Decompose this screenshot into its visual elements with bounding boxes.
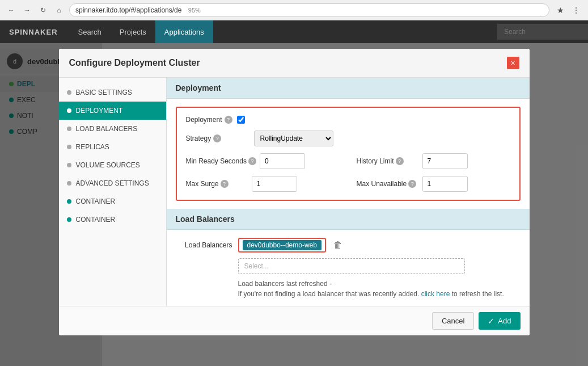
modal-nav-label-volume: VOLUME SOURCES — [76, 161, 140, 169]
nav-search-input[interactable] — [497, 24, 588, 40]
deployment-checkbox[interactable] — [237, 116, 245, 124]
modal-nav-label-replicas: REPLICAS — [76, 143, 109, 151]
lb-section-header: Load Balancers — [167, 209, 530, 230]
modal-main-content: Deployment Deployment ? — [167, 78, 530, 306]
max-unavailable-label: Max Unavailable ? — [357, 180, 419, 188]
max-surge-group: Max Surge ? — [186, 176, 340, 192]
max-surge-label-text: Max Surge — [186, 180, 219, 188]
min-ready-help-icon[interactable]: ? — [248, 157, 256, 165]
strategy-text: Strategy — [186, 134, 211, 142]
modal: Configure Deployment Cluster × BASIC SET… — [59, 49, 530, 335]
deployment-help-icon[interactable]: ? — [225, 116, 232, 124]
dot-basic-settings — [67, 90, 71, 95]
deployment-section-body: Deployment ? Strategy ? — [167, 99, 530, 209]
modal-nav-label-container2: CONTAINER — [76, 216, 116, 224]
strategy-label: Strategy ? — [186, 134, 254, 142]
modal-nav-label-advanced: ADVANCED SETTINGS — [76, 179, 149, 187]
url-text: spinnaker.itdo.top/#/applications/de — [75, 6, 181, 14]
lb-tag: dev0dubbo--demo-web — [243, 240, 322, 250]
modal-header: Configure Deployment Cluster × — [59, 49, 530, 78]
zoom-level: 95% — [188, 7, 201, 14]
modal-nav-container-2[interactable]: CONTAINER — [59, 211, 166, 229]
top-nav: SPINNAKER Search Projects Applications — [0, 20, 588, 43]
history-limit-help-icon[interactable]: ? — [396, 157, 404, 165]
url-bar[interactable]: spinnaker.itdo.top/#/applications/de 95% — [69, 3, 549, 17]
modal-nav-basic-settings[interactable]: BASIC SETTINGS — [59, 83, 166, 102]
content-area: d dev0dubb DEPL EXEC NOTI COMP — [0, 43, 588, 366]
lb-click-here-link[interactable]: click here — [421, 290, 450, 298]
min-ready-label-text: Min Ready Seconds — [186, 157, 247, 165]
lb-section-body: Load Balancers dev0dubbo--demo-web 🗑 Sel… — [167, 230, 530, 306]
dot-container-2 — [67, 217, 71, 222]
max-surge-help-icon[interactable]: ? — [221, 180, 229, 188]
lb-info-text: If you're not finding a load balancer th… — [238, 290, 521, 298]
modal-close-button[interactable]: × — [507, 57, 519, 69]
max-unavailable-input[interactable] — [422, 176, 468, 192]
modal-nav-label-basic: BASIC SETTINGS — [76, 89, 132, 96]
lb-select-row: Select... — [176, 258, 521, 274]
modal-nav-label-container1: CONTAINER — [76, 197, 116, 205]
dot-replicas — [67, 145, 71, 149]
add-icon: ✓ — [488, 317, 494, 326]
reload-button[interactable]: ↻ — [37, 5, 49, 16]
menu-icon[interactable]: ⋮ — [570, 4, 582, 16]
nav-search-item[interactable]: Search — [69, 20, 111, 43]
lb-delete-button[interactable]: 🗑 — [332, 239, 344, 251]
fields-row: Min Ready Seconds ? History Limit — [186, 153, 510, 192]
deployment-label: Deployment ? — [186, 116, 232, 124]
dot-advanced-settings — [67, 181, 71, 186]
lb-row: Load Balancers dev0dubbo--demo-web 🗑 — [176, 238, 521, 253]
dot-deployment — [67, 108, 71, 113]
add-button[interactable]: ✓ Add — [479, 312, 520, 330]
forward-button[interactable]: → — [22, 5, 33, 16]
modal-nav-volume-sources[interactable]: VOLUME SOURCES — [59, 156, 166, 174]
deployment-box: Deployment ? Strategy ? — [176, 107, 521, 201]
bookmark-icon[interactable]: ★ — [554, 4, 566, 16]
min-ready-seconds-group: Min Ready Seconds ? — [186, 153, 340, 169]
modal-nav-label-deployment: DEPLOYMENT — [76, 107, 123, 115]
home-button[interactable]: ⌂ — [53, 5, 65, 16]
dot-load-balancers — [67, 127, 71, 131]
nav-projects-item[interactable]: Projects — [111, 20, 155, 43]
back-button[interactable]: ← — [6, 5, 17, 16]
lb-select-container[interactable]: Select... — [238, 258, 465, 274]
lb-info-label: If you're not finding a load balancer th… — [238, 290, 420, 298]
cancel-button[interactable]: Cancel — [432, 312, 474, 330]
lb-info-label2: to refresh the list. — [452, 290, 504, 298]
strategy-select[interactable]: RollingUpdate Recreate — [254, 131, 333, 146]
app-wrapper: SPINNAKER Search Projects Applications d… — [0, 20, 588, 366]
modal-footer: Cancel ✓ Add — [59, 306, 530, 335]
lb-refresh-label: Load balancers last refreshed - — [238, 280, 332, 288]
lb-label: Load Balancers — [176, 241, 232, 249]
nav-brand: SPINNAKER — [9, 28, 69, 36]
modal-nav-load-balancers[interactable]: LOAD BALANCERS — [59, 120, 166, 138]
deployment-checkbox-row: Deployment ? — [186, 116, 510, 124]
strategy-help-icon[interactable]: ? — [213, 134, 221, 142]
modal-nav-deployment[interactable]: DEPLOYMENT — [59, 102, 166, 120]
nav-applications-item[interactable]: Applications — [155, 20, 213, 43]
min-ready-seconds-input[interactable] — [260, 153, 305, 169]
dot-volume-sources — [67, 163, 71, 167]
history-limit-label-text: History Limit — [357, 157, 394, 165]
history-limit-input[interactable] — [422, 153, 468, 169]
browser-chrome: ← → ↻ ⌂ spinnaker.itdo.top/#/application… — [0, 0, 588, 20]
modal-overlay: Configure Deployment Cluster × BASIC SET… — [0, 43, 588, 366]
add-label: Add — [498, 317, 511, 325]
modal-title: Configure Deployment Cluster — [69, 58, 200, 68]
max-surge-input[interactable] — [252, 176, 297, 192]
lb-tag-container: dev0dubbo--demo-web — [238, 238, 326, 253]
lb-refresh-text: Load balancers last refreshed - — [238, 280, 521, 288]
min-ready-seconds-label: Min Ready Seconds ? — [186, 157, 256, 165]
modal-nav-advanced-settings[interactable]: ADVANCED SETTINGS — [59, 174, 166, 192]
strategy-row: Strategy ? RollingUpdate Recreate — [186, 131, 510, 146]
browser-actions: ★ ⋮ — [554, 4, 582, 16]
max-unavailable-label-text: Max Unavailable — [357, 180, 407, 188]
history-limit-group: History Limit ? — [357, 153, 510, 169]
history-limit-label: History Limit ? — [357, 157, 419, 165]
modal-nav-replicas[interactable]: REPLICAS — [59, 138, 166, 156]
modal-nav-container-1[interactable]: CONTAINER — [59, 192, 166, 211]
max-unavailable-group: Max Unavailable ? — [357, 176, 510, 192]
deployment-section-header: Deployment — [167, 78, 530, 99]
max-unavailable-help-icon[interactable]: ? — [408, 180, 416, 188]
modal-body: BASIC SETTINGS DEPLOYMENT LOAD BALANCERS — [59, 78, 530, 306]
